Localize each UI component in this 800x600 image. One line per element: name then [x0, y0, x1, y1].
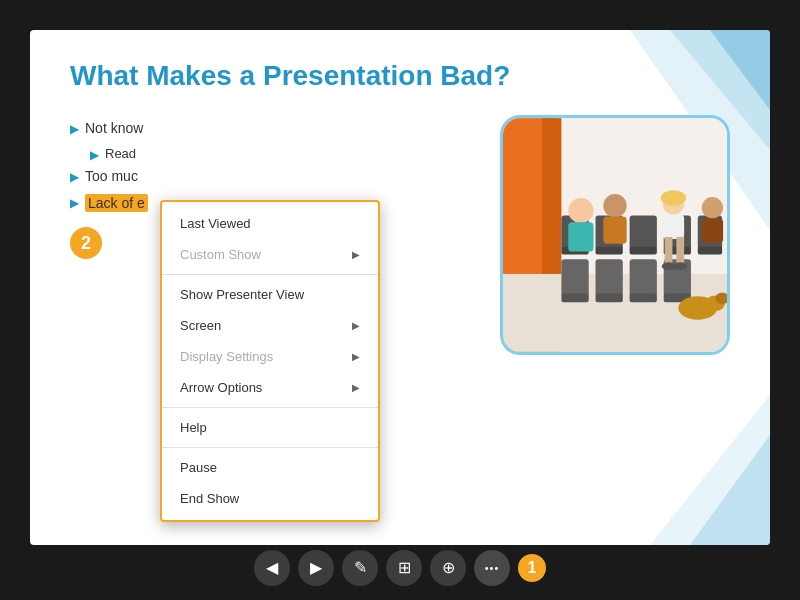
bullet-3-text: Lack of e	[85, 194, 148, 212]
svg-rect-39	[702, 218, 723, 242]
menu-separator-2	[162, 407, 378, 408]
next-button[interactable]: ▶	[298, 550, 334, 586]
sub-bullet-1: ▶ Read	[90, 146, 350, 162]
menu-item-end-show[interactable]: End Show	[162, 483, 378, 514]
menu-item-last-viewed-label: Last Viewed	[180, 216, 360, 231]
menu-separator-3	[162, 447, 378, 448]
menu-item-arrow-options-label: Arrow Options	[180, 380, 352, 395]
svg-rect-12	[596, 247, 623, 255]
menu-item-display-settings-label: Display Settings	[180, 349, 352, 364]
badge-1: 1	[518, 554, 546, 582]
svg-rect-19	[561, 259, 588, 296]
next-icon: ▶	[310, 558, 322, 577]
zoom-icon: ⊕	[442, 558, 455, 577]
pen-icon: ✎	[354, 558, 367, 577]
badge-2: 2	[70, 227, 102, 259]
svg-point-27	[568, 198, 593, 223]
pen-button[interactable]: ✎	[342, 550, 378, 586]
prev-button[interactable]: ◀	[254, 550, 290, 586]
context-menu: Last Viewed Custom Show ▶ Show Presenter…	[160, 200, 380, 522]
custom-show-arrow: ▶	[352, 249, 360, 260]
sub-arrow-1: ▶	[90, 148, 99, 162]
menu-item-screen-label: Screen	[180, 318, 352, 333]
svg-rect-18	[698, 247, 722, 255]
menu-item-custom-show-label: Custom Show	[180, 247, 352, 262]
slide-image	[500, 115, 730, 355]
svg-rect-21	[596, 259, 623, 296]
menu-item-screen[interactable]: Screen ▶	[162, 310, 378, 341]
svg-rect-24	[630, 293, 657, 302]
bullet-2-text: Too muc	[85, 168, 138, 184]
sub-bullet-1-text: Read	[105, 146, 136, 161]
svg-rect-33	[663, 215, 684, 239]
svg-marker-4	[690, 435, 770, 545]
menu-item-pause[interactable]: Pause	[162, 452, 378, 483]
menu-item-show-presenter[interactable]: Show Presenter View	[162, 279, 378, 310]
bullet-arrow-3: ▶	[70, 196, 79, 210]
display-settings-arrow: ▶	[352, 351, 360, 362]
bullet-2: ▶ Too muc	[70, 168, 350, 184]
svg-point-36	[662, 262, 676, 270]
svg-marker-2	[710, 30, 770, 110]
bullet-1: ▶ Not know	[70, 120, 350, 136]
menu-item-pause-label: Pause	[180, 460, 360, 475]
zoom-button[interactable]: ⊕	[430, 550, 466, 586]
svg-point-38	[702, 197, 723, 218]
more-button[interactable]: •••	[474, 550, 510, 586]
menu-item-help-label: Help	[180, 420, 360, 435]
svg-rect-13	[630, 216, 657, 250]
menu-item-last-viewed[interactable]: Last Viewed	[162, 208, 378, 239]
menu-separator-1	[162, 274, 378, 275]
menu-item-end-show-label: End Show	[180, 491, 360, 506]
menu-item-display-settings[interactable]: Display Settings ▶	[162, 341, 378, 372]
svg-rect-14	[630, 247, 657, 255]
slide-title: What Makes a Presentation Bad?	[70, 60, 510, 92]
bullet-arrow-1: ▶	[70, 122, 79, 136]
menu-item-help[interactable]: Help	[162, 412, 378, 443]
arrow-options-arrow: ▶	[352, 382, 360, 393]
bullet-arrow-2: ▶	[70, 170, 79, 184]
svg-rect-23	[630, 259, 657, 296]
image-content	[503, 118, 727, 352]
screen-arrow: ▶	[352, 320, 360, 331]
svg-marker-3	[650, 395, 770, 545]
audience-svg	[503, 118, 727, 352]
svg-rect-35	[676, 237, 684, 266]
svg-point-29	[603, 194, 626, 217]
slide-container: What Makes a Presentation Bad? ▶ Not kno…	[30, 30, 770, 545]
more-icon: •••	[485, 562, 500, 574]
bg-shape-bottom-right	[590, 395, 770, 545]
menu-item-show-presenter-label: Show Presenter View	[180, 287, 360, 302]
svg-rect-20	[561, 293, 588, 302]
svg-rect-22	[596, 293, 623, 302]
menu-item-custom-show[interactable]: Custom Show ▶	[162, 239, 378, 270]
bullet-1-text: Not know	[85, 120, 143, 136]
menu-item-arrow-options[interactable]: Arrow Options ▶	[162, 372, 378, 403]
svg-point-32	[661, 190, 686, 206]
grid-button[interactable]: ⊞	[386, 550, 422, 586]
svg-point-37	[673, 262, 687, 270]
svg-rect-28	[568, 222, 593, 251]
bottom-toolbar: ◀ ▶ ✎ ⊞ ⊕ ••• 1	[0, 545, 800, 590]
grid-icon: ⊞	[398, 558, 411, 577]
svg-rect-30	[603, 216, 626, 243]
svg-rect-34	[665, 237, 673, 266]
prev-icon: ◀	[266, 558, 278, 577]
